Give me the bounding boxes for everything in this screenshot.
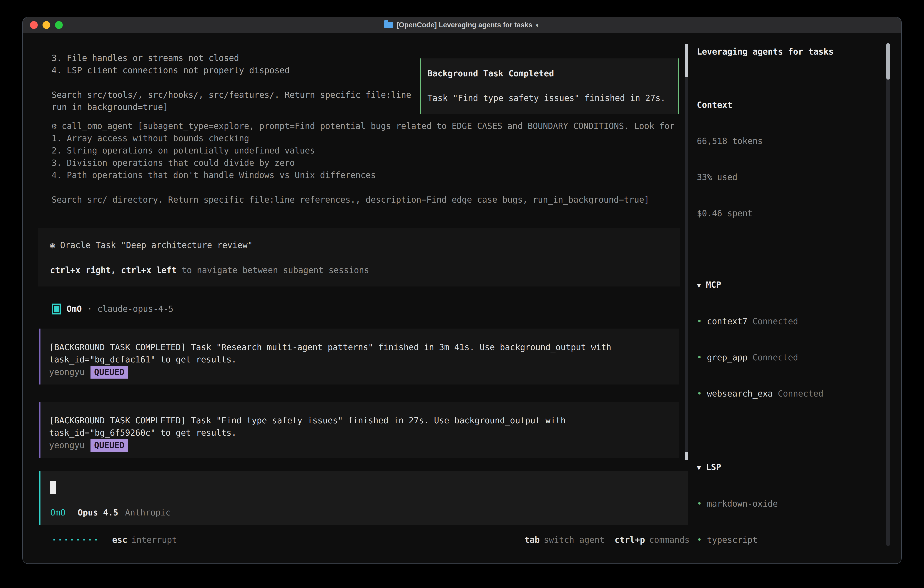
zoom-button[interactable]: [55, 21, 63, 29]
close-button[interactable]: [30, 21, 38, 29]
context-section: Context 66,518 tokens 33% used $0.46 spe…: [697, 75, 891, 243]
input-meta: OmO Opus 4.5 Anthropic: [50, 507, 171, 519]
call-omo-agent-text: call_omo_agent [subagent_type=explore, p…: [52, 121, 675, 205]
spinner-dots-icon: ········: [52, 534, 99, 546]
context-tokens: 66,518 tokens: [697, 135, 891, 147]
main-scrollbar-thumb[interactable]: [685, 44, 688, 77]
ctrlp-key-label: commands: [649, 534, 690, 546]
agent-model: · claude-opus-4-5: [87, 303, 173, 315]
status-badge: QUEUED: [91, 439, 128, 452]
toast-title: Background Task Completed: [427, 68, 678, 80]
mcp-heading[interactable]: ▼MCP: [697, 279, 891, 291]
mcp-section: ▼MCP •context7 Connected •grep_app Conne…: [697, 255, 891, 424]
agent-header: OmO · claude-opus-4-5: [52, 303, 173, 315]
task-message: [BACKGROUND TASK COMPLETED] Task "Find t…: [49, 415, 665, 439]
half-circle-icon: ◐: [536, 19, 540, 31]
lsp-heading[interactable]: ▼LSP: [697, 461, 891, 474]
background-task-card[interactable]: [BACKGROUND TASK COMPLETED] Task "Resear…: [39, 329, 679, 385]
fisheye-icon: ◉: [50, 240, 55, 250]
bullet-icon: •: [697, 535, 702, 545]
bullet-icon: •: [697, 499, 702, 509]
lsp-item: •typescript: [697, 534, 891, 546]
ctrlp-key-hint[interactable]: ctrl+p: [615, 534, 645, 546]
task-message: [BACKGROUND TASK COMPLETED] Task "Resear…: [49, 341, 665, 366]
status-badge: QUEUED: [91, 366, 128, 378]
input-provider-name: Anthropic: [125, 507, 170, 519]
bullet-icon: •: [697, 389, 702, 399]
call-omo-agent-block: ⚙ call_omo_agent [subagent_type=explore,…: [52, 120, 688, 206]
input-model-name: Opus 4.5: [78, 507, 118, 519]
sidebar: Leveraging agents for tasks Context 66,5…: [697, 44, 891, 564]
gear-icon: ⚙: [52, 121, 57, 131]
context-spent: $0.46 spent: [697, 207, 891, 220]
mcp-item: •context7 Connected: [697, 315, 891, 327]
tab-key-hint[interactable]: tab: [525, 534, 540, 546]
mcp-item: •grep_app Connected: [697, 352, 891, 363]
traffic-lights: [30, 21, 63, 29]
context-heading: Context: [697, 99, 891, 111]
main-scrollbar[interactable]: [685, 44, 688, 460]
task-user: yeongyu: [49, 439, 84, 452]
oracle-task-box[interactable]: ◉ Oracle Task "Deep architecture review"…: [38, 228, 680, 286]
tab-key-label: switch agent: [544, 534, 605, 546]
lsp-item: •markdown-oxide: [697, 498, 891, 510]
window-title: [OpenCode] Leveraging agents for tasks: [396, 19, 533, 31]
title-bar: [OpenCode] Leveraging agents for tasks ◐: [23, 17, 901, 33]
agent-name: OmO: [67, 303, 82, 315]
mcp-item: •websearch_exa Connected: [697, 388, 891, 400]
lsp-section: ▼LSP •markdown-oxide •typescript •eslint: [697, 437, 891, 564]
chevron-down-icon: ▼: [697, 281, 701, 289]
bullet-icon: •: [697, 317, 702, 326]
oracle-task-hint: ctrl+x right, ctrl+x left to navigate be…: [50, 264, 680, 276]
session-title: Leveraging agents for tasks: [697, 44, 891, 58]
folder-icon: [384, 22, 393, 28]
chevron-down-icon: ▼: [697, 464, 701, 472]
background-task-card[interactable]: [BACKGROUND TASK COMPLETED] Task "Find t…: [39, 402, 679, 458]
esc-key-hint[interactable]: esc: [112, 534, 127, 546]
toast-body: Task "Find type safety issues" finished …: [427, 92, 678, 104]
task-user: yeongyu: [49, 366, 84, 378]
context-used: 33% used: [697, 171, 891, 183]
terminal-window: [OpenCode] Leveraging agents for tasks ◐…: [22, 17, 902, 564]
input-agent-name: OmO: [50, 507, 66, 519]
prompt-input[interactable]: OmO Opus 4.5 Anthropic: [39, 471, 688, 525]
text-cursor: [50, 481, 56, 494]
oracle-task-title: ◉ Oracle Task "Deep architecture review": [50, 239, 680, 251]
omo-agent-icon: [52, 304, 61, 314]
bullet-icon: •: [697, 353, 702, 362]
esc-key-label: interrupt: [131, 534, 177, 546]
background-task-toast: Background Task Completed Task "Find typ…: [420, 58, 679, 114]
status-bar: ········ esc interrupt tab switch agent …: [52, 534, 690, 546]
minimize-button[interactable]: [43, 21, 50, 29]
main-scrollbar-end[interactable]: [685, 452, 688, 460]
